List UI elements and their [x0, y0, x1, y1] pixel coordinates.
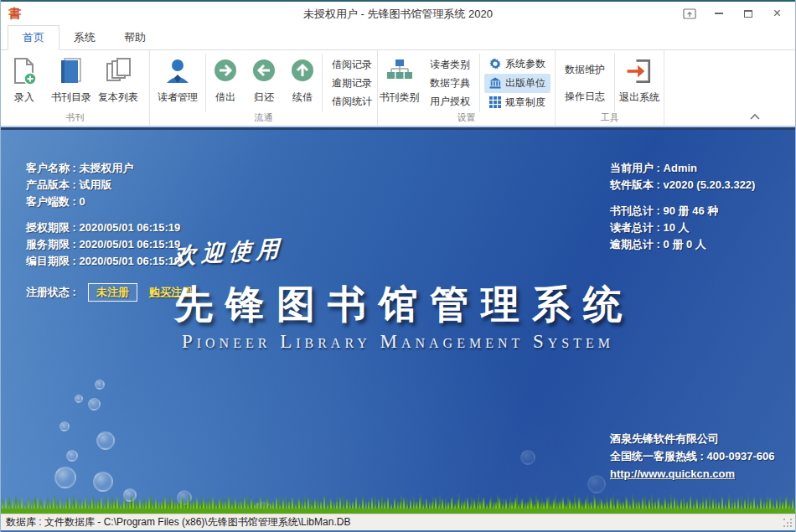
category-tree-icon [385, 56, 414, 86]
book-catalog-button[interactable]: 书刊目录 [48, 54, 95, 112]
window-title: 未授权用户 - 先锋图书馆管理系统 2020 [303, 7, 493, 22]
collapse-ribbon-button[interactable] [747, 111, 763, 122]
group-label-settings: 设置 [378, 111, 555, 124]
ribbon-tab-bar: 首页 系统 帮助 [1, 25, 795, 50]
reader-management-button[interactable]: 读者管理 [150, 54, 205, 112]
settings-text-section: 读者类别 数据字典 用户授权 [421, 54, 480, 112]
group-label-tools: 工具 [556, 111, 664, 124]
ribbon-group-circulation: 读者管理 借出 归还 [150, 50, 378, 126]
exit-door-icon [624, 56, 654, 86]
bubble-decoration [93, 472, 113, 492]
tools-text-section: 数据维护 操作日志 [556, 54, 615, 112]
ribbon-group-tools: 数据维护 操作日志 退出系统 工具 [556, 50, 664, 126]
grass-decoration [1, 491, 795, 514]
ribbon-pin-button[interactable] [675, 2, 704, 25]
books-total: 书刊总计 : 90 册 46 种 [610, 203, 755, 220]
arrow-right-circle-icon [212, 56, 239, 86]
entry-label: 录入 [14, 90, 34, 105]
ribbon-group-settings: 书刊类别 读者类别 数据字典 用户授权 系统参数 [378, 50, 556, 126]
reader-management-label: 读者管理 [158, 90, 198, 105]
service-hotline: 全国统一客服热线 : 400-0937-606 [610, 447, 775, 465]
system-params-label: 系统参数 [505, 57, 545, 71]
document-add-icon [10, 56, 39, 86]
rules-button[interactable]: 规章制度 [484, 93, 550, 112]
grid-icon [489, 96, 501, 108]
bubble-decoration [54, 467, 76, 488]
main-content: 客户名称 : 未授权用户 产品版本 : 试用版 客户端数 : 0 授权期限 : … [1, 127, 795, 514]
close-button[interactable]: × [762, 2, 792, 25]
overdue-total: 逾期总计 : 0 册 0 人 [610, 236, 755, 253]
entry-button[interactable]: 录入 [1, 54, 48, 112]
publisher-label: 出版单位 [505, 76, 545, 90]
book-category-label: 书刊类别 [380, 90, 420, 105]
company-info: 酒泉先锋软件有限公司 全国统一客服热线 : 400-0937-606 http:… [610, 430, 775, 483]
readers-total: 读者总计 : 10 人 [610, 220, 755, 236]
overdue-records-button[interactable]: 逾期记录 [330, 74, 374, 92]
company-name: 酒泉先锋软件有限公司 [610, 430, 775, 447]
lend-button[interactable]: 借出 [206, 54, 245, 112]
bubble-decoration [95, 380, 105, 390]
book-catalog-label: 书刊目录 [51, 90, 91, 105]
group-label-circulation: 流通 [150, 111, 377, 124]
rules-label: 规章制度 [505, 96, 545, 110]
maximize-button[interactable] [733, 2, 762, 25]
book-icon [57, 56, 85, 86]
copy-list-button[interactable]: 复本列表 [95, 54, 142, 112]
return-button[interactable]: 归还 [245, 54, 283, 112]
main-title-english: Pioneer Library Management System [1, 331, 795, 353]
tab-home[interactable]: 首页 [8, 25, 59, 50]
book-category-button[interactable]: 书刊类别 [378, 54, 421, 112]
chevron-up-icon [749, 113, 761, 121]
database-status-text: 数据库 : 文件数据库 - C:\Program Files (x86)\先锋图… [6, 515, 350, 529]
renew-label: 续借 [292, 90, 313, 105]
reader-icon [163, 56, 192, 86]
bubble-decoration [75, 395, 83, 403]
ribbon-pin-icon [683, 8, 696, 19]
client-count: 客户端数 : 0 [26, 194, 193, 210]
borrow-stats-button[interactable]: 借阅统计 [330, 92, 374, 111]
app-window: 書 未授权用户 - 先锋图书馆管理系统 2020 × 首页 系统 帮助 [0, 0, 796, 532]
copies-icon [104, 56, 132, 86]
close-icon: × [773, 7, 781, 20]
software-version: 软件版本 : v2020 (5.20.3.322) [610, 177, 755, 194]
exit-system-button[interactable]: 退出系统 [615, 54, 664, 112]
arrow-left-circle-icon [251, 56, 277, 86]
minimize-icon [715, 13, 723, 14]
system-params-button[interactable]: 系统参数 [484, 54, 550, 74]
auth-deadline: 授权期限 : 2020/05/01 06:15:19 [26, 220, 193, 236]
user-authorization-button[interactable]: 用户授权 [428, 92, 472, 111]
bubble-decoration [66, 450, 78, 462]
service-deadline: 服务期限 : 2020/05/01 06:15:19 [26, 236, 193, 253]
data-dictionary-button[interactable]: 数据字典 [428, 74, 472, 92]
resize-grip[interactable] [783, 519, 793, 529]
minimize-button[interactable] [704, 2, 733, 25]
lend-label: 借出 [215, 90, 235, 105]
catalog-deadline: 编目期限 : 2020/05/01 06:15:19 [26, 253, 193, 270]
bubble-decoration [520, 450, 535, 465]
borrow-records-button[interactable]: 借阅记录 [330, 55, 374, 74]
publisher-button[interactable]: 出版单位 [484, 74, 550, 93]
operation-log-button[interactable]: 操作日志 [563, 83, 607, 110]
group-label-books: 书刊 [1, 111, 149, 124]
website-link[interactable]: http://www.quickcn.com [610, 465, 775, 483]
exit-system-label: 退出系统 [619, 90, 659, 105]
title-bar: 書 未授权用户 - 先锋图书馆管理系统 2020 × [1, 0, 795, 25]
current-user: 当前用户 : Admin [610, 160, 755, 177]
stats-info-panel: 当前用户 : Admin 软件版本 : v2020 (5.20.3.322) 书… [610, 160, 755, 253]
bubble-decoration [88, 398, 101, 411]
reader-mgmt-section: 读者管理 [150, 54, 206, 112]
bubble-decoration [59, 421, 70, 431]
tab-help[interactable]: 帮助 [110, 26, 160, 49]
client-name: 客户名称 : 未授权用户 [26, 160, 193, 177]
tab-system[interactable]: 系统 [59, 26, 110, 49]
lend-return-section: 借出 归还 续借 [206, 54, 323, 112]
product-version: 产品版本 : 试用版 [26, 177, 193, 194]
ribbon: 录入 书刊目录 复本列表 书刊 [1, 50, 795, 127]
data-maintenance-button[interactable]: 数据维护 [563, 56, 607, 83]
window-controls: × [675, 2, 792, 25]
ribbon-spacer [664, 50, 795, 126]
renew-button[interactable]: 续借 [283, 54, 322, 112]
reader-category-button[interactable]: 读者类别 [428, 55, 472, 74]
maximize-icon [744, 10, 752, 18]
bank-icon [489, 77, 501, 89]
